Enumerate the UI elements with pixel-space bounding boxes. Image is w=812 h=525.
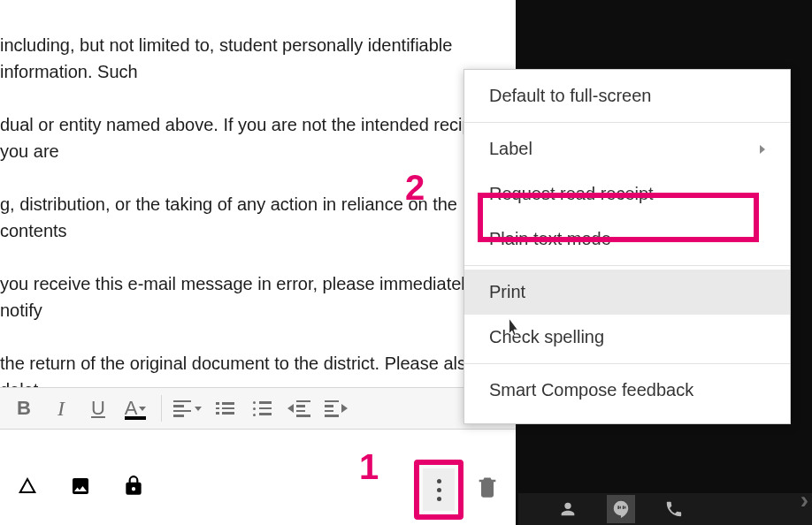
hangouts-icon [611, 499, 631, 519]
confidential-mode-icon [121, 475, 146, 498]
annotation-step-1: 1 [359, 447, 379, 487]
email-line: dual or entity named above. If you are n… [0, 111, 516, 164]
email-line: you receive this e-mail message in error… [0, 270, 516, 323]
phone-icon [664, 499, 684, 519]
menu-divider [464, 122, 790, 123]
trash-icon [475, 474, 500, 500]
bold-button[interactable]: B [7, 392, 41, 425]
menu-plain-text-mode[interactable]: Plain text mode [464, 217, 790, 262]
menu-item-label: Smart Compose feedback [489, 380, 693, 400]
indent-more-icon [325, 400, 348, 417]
align-button[interactable] [171, 392, 204, 425]
insert-photo-button[interactable] [65, 471, 96, 501]
menu-smart-compose-feedback[interactable]: Smart Compose feedback [464, 368, 790, 413]
underline-button[interactable]: U [81, 392, 115, 425]
menu-divider [464, 265, 790, 266]
indent-less-button[interactable] [282, 392, 316, 425]
menu-divider [464, 363, 790, 364]
dropdown-caret-icon [195, 407, 202, 411]
confidential-mode-button[interactable] [119, 471, 149, 501]
italic-button[interactable]: I [44, 392, 78, 425]
more-options-icon [437, 479, 441, 483]
email-body-text[interactable]: including, but not limited to, student p… [0, 0, 516, 430]
menu-item-label: Label [489, 139, 532, 159]
annotation-step-2: 2 [405, 168, 425, 208]
menu-label[interactable]: Label [464, 126, 790, 171]
bulleted-list-icon [253, 401, 272, 416]
insert-drive-button[interactable] [12, 471, 42, 501]
annotation-highlight-1 [414, 460, 463, 520]
menu-print[interactable]: Print [464, 270, 790, 315]
numbered-list-button[interactable] [208, 392, 241, 425]
hangouts-bar [518, 493, 812, 525]
contacts-tab[interactable] [554, 495, 582, 523]
menu-item-label: Print [489, 282, 525, 302]
compose-window: including, but not limited to, student p… [0, 0, 516, 525]
toolbar-separator [161, 395, 162, 422]
drive-icon [15, 476, 40, 497]
chevron-right-icon [760, 145, 765, 154]
more-options-menu: Default to full-screen Label Request rea… [463, 69, 791, 424]
menu-item-label: Plain text mode [489, 229, 611, 249]
email-line: g, distribution, or the taking of any ac… [0, 191, 516, 244]
numbered-list-icon [216, 402, 234, 415]
hangouts-tab[interactable] [607, 495, 635, 523]
text-color-button[interactable]: A [119, 392, 152, 425]
person-icon [558, 499, 578, 519]
menu-check-spelling[interactable]: Check spelling [464, 315, 790, 360]
indent-less-icon [287, 400, 310, 417]
formatting-toolbar: B I U A [0, 387, 516, 430]
expand-side-panel-button[interactable]: › [801, 486, 808, 514]
menu-item-label: Check spelling [489, 327, 604, 347]
align-left-icon [173, 400, 191, 417]
bulleted-list-button[interactable] [245, 392, 279, 425]
dropdown-caret-icon [139, 407, 146, 411]
image-icon [68, 476, 93, 497]
menu-item-label: Default to full-screen [489, 86, 651, 106]
menu-default-fullscreen[interactable]: Default to full-screen [464, 73, 790, 118]
email-line: including, but not limited to, student p… [0, 32, 516, 85]
indent-more-button[interactable] [319, 392, 353, 425]
discard-draft-button[interactable] [472, 472, 502, 502]
more-options-button[interactable] [423, 468, 455, 511]
menu-request-read-receipt[interactable]: Request read receipt [464, 171, 790, 217]
phone-tab[interactable] [660, 495, 688, 523]
menu-item-label: Request read receipt [489, 184, 654, 204]
text-color-label: A [125, 397, 138, 420]
